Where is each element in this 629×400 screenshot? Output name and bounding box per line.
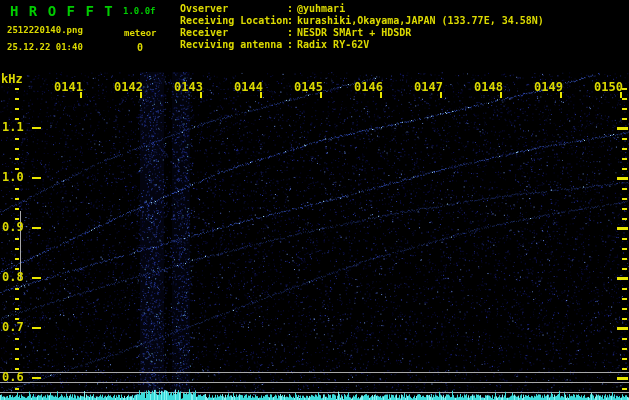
freq-minor-tick-left — [15, 238, 19, 240]
freq-minor-tick-left — [15, 158, 19, 160]
freq-label: 1.0 — [2, 170, 24, 184]
freq-minor-tick-left — [15, 148, 19, 150]
freq-major-tick-right — [617, 127, 628, 130]
time-label: 0142 — [114, 80, 143, 94]
axes-overlay: 0141014201430144014501460147014801490150… — [0, 0, 629, 400]
freq-major-tick-right — [617, 327, 628, 330]
freq-minor-tick-left — [15, 208, 19, 210]
freq-major-tick-left — [32, 377, 41, 379]
freq-minor-tick-right — [622, 318, 627, 320]
freq-major-tick-left — [32, 227, 41, 229]
freq-minor-tick-right — [622, 248, 627, 250]
freq-minor-tick-right — [622, 358, 627, 360]
time-label: 0144 — [234, 80, 263, 94]
time-label: 0146 — [354, 80, 383, 94]
freq-minor-tick-right — [622, 138, 627, 140]
freq-minor-tick-left — [15, 388, 19, 390]
freq-major-tick-left — [32, 327, 41, 329]
time-tick — [440, 92, 442, 98]
freq-minor-tick-left — [15, 258, 19, 260]
freq-minor-tick-right — [622, 258, 627, 260]
freq-minor-tick-right — [622, 168, 627, 170]
freq-minor-tick-right — [622, 188, 627, 190]
freq-minor-tick-left — [15, 348, 19, 350]
freq-minor-tick-left — [15, 138, 19, 140]
time-label: 0150 — [594, 80, 623, 94]
freq-minor-tick-right — [622, 108, 627, 110]
freq-major-tick-left — [32, 177, 41, 179]
time-tick — [560, 92, 562, 98]
freq-minor-tick-right — [622, 118, 627, 120]
time-label: 0149 — [534, 80, 563, 94]
freq-label: 0.7 — [2, 320, 24, 334]
freq-minor-tick-left — [15, 318, 19, 320]
freq-minor-tick-right — [622, 198, 627, 200]
time-tick — [320, 92, 322, 98]
freq-minor-tick-left — [15, 168, 19, 170]
freq-label: 0.6 — [2, 370, 24, 384]
time-label: 0147 — [414, 80, 443, 94]
freq-label: 0.9 — [2, 220, 24, 234]
freq-minor-tick-left — [15, 298, 19, 300]
freq-minor-tick-left — [15, 198, 19, 200]
freq-minor-tick-left — [15, 88, 19, 90]
freq-minor-tick-left — [15, 308, 19, 310]
time-tick — [200, 92, 202, 98]
freq-minor-tick-right — [622, 158, 627, 160]
freq-minor-tick-left — [15, 368, 19, 370]
freq-major-tick-right — [617, 377, 628, 380]
freq-minor-tick-left — [15, 98, 19, 100]
freq-minor-tick-left — [15, 248, 19, 250]
time-label: 0143 — [174, 80, 203, 94]
freq-minor-tick-left — [15, 338, 19, 340]
freq-major-tick-left — [32, 127, 41, 129]
time-tick — [80, 92, 82, 98]
freq-minor-tick-left — [15, 288, 19, 290]
freq-major-tick-right — [617, 277, 628, 280]
freq-minor-tick-right — [622, 348, 627, 350]
freq-label: 1.1 — [2, 120, 24, 134]
freq-major-tick-left — [32, 277, 41, 279]
time-tick — [380, 92, 382, 98]
freq-minor-tick-right — [622, 298, 627, 300]
freq-minor-tick-right — [622, 308, 627, 310]
time-label: 0145 — [294, 80, 323, 94]
hrofft-screen: H R O F F T 1.0.0f 2512220140.png 25.12.… — [0, 0, 629, 400]
freq-minor-tick-left — [15, 268, 19, 270]
freq-minor-tick-right — [622, 98, 627, 100]
freq-minor-tick-right — [622, 88, 627, 90]
freq-minor-tick-right — [622, 288, 627, 290]
freq-major-tick-right — [617, 177, 628, 180]
time-tick — [500, 92, 502, 98]
freq-minor-tick-left — [15, 118, 19, 120]
freq-minor-tick-left — [15, 358, 19, 360]
time-tick — [140, 92, 142, 98]
freq-label: 0.8 — [2, 270, 24, 284]
freq-minor-tick-right — [622, 268, 627, 270]
time-label: 0148 — [474, 80, 503, 94]
freq-minor-tick-right — [622, 208, 627, 210]
freq-major-tick-right — [617, 227, 628, 230]
freq-minor-tick-right — [622, 218, 627, 220]
freq-minor-tick-left — [15, 218, 19, 220]
freq-minor-tick-right — [622, 388, 627, 390]
freq-minor-tick-left — [15, 108, 19, 110]
time-label: 0141 — [54, 80, 83, 94]
freq-minor-tick-right — [622, 238, 627, 240]
freq-minor-tick-right — [622, 338, 627, 340]
freq-minor-tick-right — [622, 368, 627, 370]
time-tick — [260, 92, 262, 98]
freq-minor-tick-left — [15, 188, 19, 190]
freq-minor-tick-right — [622, 148, 627, 150]
